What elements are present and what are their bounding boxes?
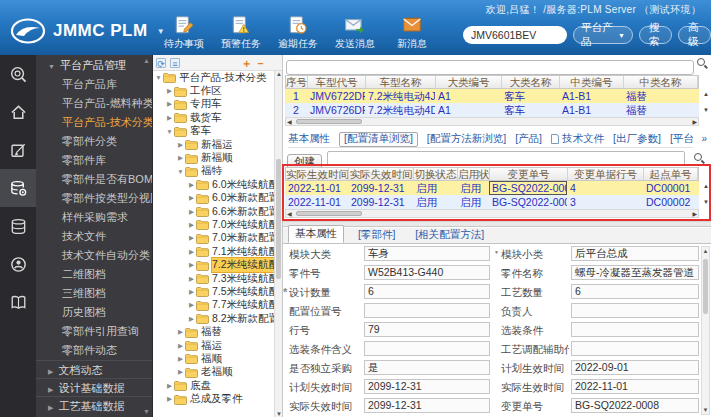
column-header[interactable]: 实际生效时间	[286, 168, 349, 180]
menu-scroll-down-icon[interactable]: ▼	[143, 408, 150, 415]
view-tab[interactable]: [出厂参数]	[613, 132, 661, 146]
column-header[interactable]: 中类名称	[624, 76, 698, 88]
menu-scroll-up-icon[interactable]: ▲	[143, 57, 150, 64]
tree-node[interactable]: ▶老福顺	[153, 366, 274, 379]
menu-item[interactable]: 平台产品-燃料种类	[36, 94, 152, 113]
rail-item-home[interactable]	[0, 93, 36, 131]
tree-node[interactable]: ▶7.5米纯续航配置	[153, 285, 274, 298]
tree-node[interactable]: ▶7.3米纯续航配置	[153, 272, 274, 285]
scroll-up-icon[interactable]: ▲	[701, 183, 711, 189]
scroll-up-icon[interactable]: ▲	[701, 91, 711, 97]
tree-node[interactable]: ▶7.1米纯续航配置	[153, 245, 274, 258]
table-row[interactable]: 2022-11-012099-12-31启用启用BG-SQ2022-00083D…	[285, 195, 699, 209]
tree-node[interactable]: ▶新福运	[153, 138, 274, 151]
menu-item[interactable]: 技术文件	[36, 227, 152, 246]
main-search-input[interactable]	[286, 60, 694, 75]
form-field-right[interactable]	[571, 322, 699, 337]
tree-node[interactable]: ▼平台产品-技术分类	[153, 71, 274, 84]
collapse-all-icon[interactable]: －	[255, 58, 265, 68]
scroll-right-icon[interactable]: ▶	[692, 210, 697, 218]
search-button[interactable]: 搜索	[639, 26, 672, 44]
scrollbar-thumb[interactable]	[296, 119, 362, 124]
tree-node[interactable]: ▼客车	[153, 125, 274, 138]
tree-node[interactable]: ▶工作区	[153, 84, 274, 97]
form-field-right[interactable]: 螺母-冷凝器至蒸发器管道	[571, 265, 699, 280]
menu-item[interactable]: 零部件是否有BOM	[36, 170, 152, 189]
expand-all-icon[interactable]: ＋	[241, 58, 251, 68]
column-header[interactable]: 大类编号	[436, 76, 502, 88]
form-field-right[interactable]: 2022-11-01	[571, 379, 699, 394]
column-header[interactable]: 切换状态	[414, 168, 458, 180]
search-icon[interactable]	[697, 58, 708, 69]
tree-node[interactable]: ▶7.7米纯续航配置	[153, 299, 274, 312]
view-tab[interactable]: [平台产品基础]	[670, 132, 693, 146]
form-scrollbar[interactable]: ▲ ▼	[701, 246, 710, 415]
tree-scrollbar[interactable]: ▲ ▼	[274, 71, 282, 417]
menu-item[interactable]: 平台产品-技术分类	[36, 113, 152, 132]
scrollbar-thumb[interactable]	[276, 159, 281, 279]
form-field-left[interactable]: 79	[364, 322, 490, 337]
form-field-left[interactable]: 6	[364, 284, 490, 299]
form-field-left[interactable]	[364, 303, 490, 318]
form-field-right[interactable]	[571, 341, 699, 356]
menu-item[interactable]: 技术文件自动分类	[36, 246, 152, 265]
table-row[interactable]: 2JMV6726DF47.2米纯电动4D3..A1客车A1-B1福替	[285, 103, 699, 117]
rail-item-book[interactable]	[0, 283, 36, 321]
scrollbar-thumb[interactable]	[703, 259, 708, 314]
column-header[interactable]: 中类编号	[560, 76, 624, 88]
filter-input[interactable]	[327, 151, 685, 166]
search-icon[interactable]	[694, 153, 705, 164]
toolbar-send-message[interactable]: 发送消息	[333, 14, 377, 51]
rail-item-edit[interactable]	[0, 131, 36, 169]
tree-node[interactable]: ▶底盘	[153, 379, 274, 392]
tree-node[interactable]: ▶6.0米纯续航配置	[153, 178, 274, 191]
view-tab[interactable]: 基本属性	[288, 132, 330, 146]
form-field-right[interactable]	[571, 303, 699, 318]
menu-item[interactable]: 历史图档	[36, 303, 152, 322]
menu-section[interactable]: ▶工艺基础数据	[36, 396, 152, 414]
menu-section[interactable]: ▶设计基础数据	[36, 378, 152, 396]
menu-item[interactable]: 二维图档	[36, 265, 152, 284]
panel-splitter[interactable]: ▲▼	[283, 221, 711, 227]
scroll-down-icon[interactable]: ▼	[701, 107, 711, 113]
column-header[interactable]: 启用状..	[458, 168, 490, 180]
detail-tab[interactable]: 基本属性	[288, 225, 344, 243]
scroll-down-icon[interactable]: ▼	[702, 407, 709, 413]
column-header[interactable]: 变更单号	[490, 168, 568, 180]
tree-node[interactable]: ▶福替	[153, 325, 274, 338]
scroll-up-icon[interactable]: ▲	[702, 248, 709, 254]
menu-group-platform-products[interactable]: ▼平台产品管理	[36, 55, 152, 75]
column-header[interactable]: 起点单号	[644, 168, 698, 180]
column-header[interactable]: 变更单据行号	[568, 168, 644, 180]
menu-item[interactable]: 样件采购需求	[36, 208, 152, 227]
form-field-left[interactable]: 车身	[364, 246, 490, 261]
tree-refresh-icon[interactable]: ⟳	[156, 58, 166, 68]
form-field-right[interactable]: 2022-09-01	[571, 360, 699, 375]
menu-item[interactable]: 零部件分类	[36, 132, 152, 151]
scroll-down-icon[interactable]: ▼	[701, 199, 711, 205]
model-table-hscrollbar[interactable]: ◀ ▶	[285, 117, 699, 126]
toolbar-warning-task[interactable]: 预警任务	[219, 14, 263, 51]
scroll-up-icon[interactable]: ▲	[275, 71, 282, 77]
form-field-left[interactable]: 2099-12-31	[364, 398, 490, 413]
column-header[interactable]: 实际失效时间	[349, 168, 414, 180]
menu-item[interactable]: 平台产品库	[36, 75, 152, 94]
form-field-right[interactable]: BG-SQ2022-0008	[571, 398, 699, 413]
tree-locate-icon[interactable]: ≡	[170, 58, 180, 68]
scroll-right-icon[interactable]: ▶	[692, 118, 697, 126]
scroll-left-icon[interactable]: ◀	[287, 210, 292, 218]
view-tab[interactable]: [配置方法新浏览]	[427, 132, 506, 146]
menu-section[interactable]: ▶文档动态	[36, 360, 152, 378]
tree-node[interactable]: ▶7.0米纯续航配置	[153, 218, 274, 231]
form-field-left[interactable]: 2099-12-31	[364, 379, 490, 394]
rail-item-contact[interactable]	[0, 245, 36, 283]
scrollbar-thumb[interactable]	[296, 211, 362, 216]
tree-node[interactable]: ▶7.2米纯续航配置	[153, 258, 274, 271]
table-row[interactable]: 1JMV6722DF57.2米纯电动4JJ..A1客车A1-B1福替	[285, 89, 699, 103]
tree-node[interactable]: ▼福特	[153, 165, 274, 178]
tree-node[interactable]: ▶6.0米新款配置	[153, 192, 274, 205]
view-tab[interactable]: [配置清单浏览]	[339, 132, 418, 147]
tree-node[interactable]: ▶8.2米新款配置	[153, 312, 274, 325]
view-tab[interactable]: [产品]	[515, 132, 542, 146]
tree-node[interactable]: ▶专用车	[153, 98, 274, 111]
